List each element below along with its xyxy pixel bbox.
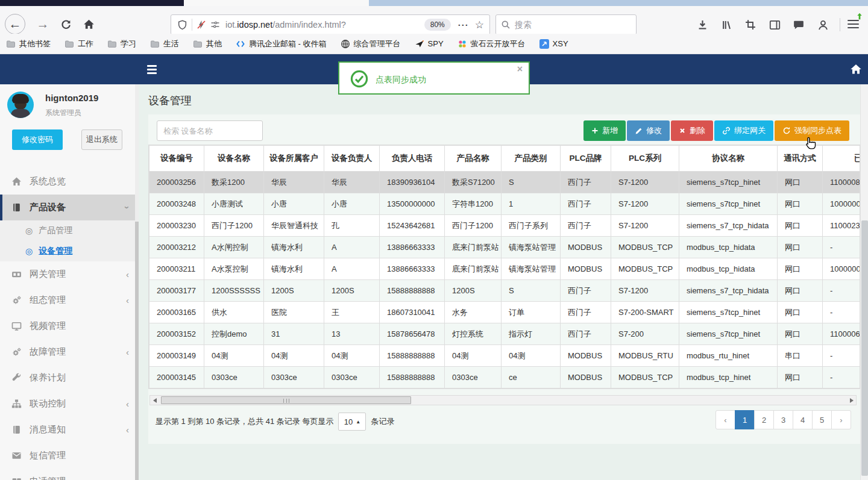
bookmark-folder-misc[interactable]: 其他 [193, 39, 222, 49]
bookmark-spy[interactable]: SPY [415, 39, 444, 49]
table-row[interactable]: 200003248 小唐测试 小唐 小唐 13500000000 字符串1200… [149, 193, 861, 215]
column-header[interactable]: PLC品牌 [561, 146, 611, 172]
sidebar-item-video[interactable]: 视频管理 [0, 313, 139, 339]
column-header[interactable]: 设备编号 [149, 146, 204, 172]
table-row[interactable]: 200003230 西门子1200 华辰智通科技 孔 15243642681 西… [149, 215, 861, 237]
column-header[interactable]: 设备所属客户 [264, 146, 324, 172]
cell-plc-brand: MODBUS [561, 258, 611, 280]
avatar[interactable] [7, 92, 34, 118]
bind-gateway-button[interactable]: 绑定网关 [714, 120, 773, 141]
scrollbar-thumb[interactable] [161, 396, 411, 404]
column-header[interactable]: 负责人电话 [380, 146, 445, 172]
page-size-select[interactable]: 10 ▲ [338, 413, 366, 431]
home-button[interactable] [78, 14, 99, 34]
reload-button[interactable] [55, 14, 76, 34]
table-row[interactable]: 200003149 04测 04测 04测 15888888888 04测 04… [149, 345, 861, 367]
plugin-blocked-icon[interactable] [197, 20, 206, 30]
table-row[interactable]: 200003177 1200SSSSSS 1200S 1200S 1588888… [149, 280, 861, 302]
active-tab[interactable] [184, 0, 369, 6]
column-header[interactable]: 设备名称 [204, 146, 264, 172]
table-row[interactable]: 200003152 控制demo 31 13 15878656478 灯控系统 … [149, 323, 861, 345]
page-button-2[interactable]: 2 [754, 410, 774, 429]
horizontal-scrollbar[interactable] [149, 395, 857, 405]
cell-plc-brand: MODBUS [561, 237, 611, 258]
sidebar-item-product-device[interactable]: 产品设备 › [0, 195, 139, 220]
app-menu-button[interactable] [846, 17, 862, 32]
page-actions-icon[interactable]: ··· [458, 20, 469, 30]
bookmark-mgmt-platform[interactable]: 综合管理平台 [341, 39, 401, 49]
bookmark-folder-study[interactable]: 学习 [107, 39, 136, 49]
scroll-left-arrow[interactable] [150, 396, 159, 405]
scroll-right-arrow[interactable] [847, 396, 856, 405]
sidebar-item-linkage[interactable]: 联动控制 ‹ [0, 391, 139, 417]
sidebar-collapse-button[interactable] [147, 64, 158, 74]
sidebar-item-overview[interactable]: 系统总览 [0, 169, 139, 195]
screenshot-button[interactable] [743, 17, 758, 33]
back-button[interactable]: ← [5, 14, 25, 34]
edit-button[interactable]: 修改 [627, 120, 670, 141]
app-home-icon[interactable] [850, 63, 862, 75]
sidebar-item-product-mgmt[interactable]: ◎ 产品管理 [0, 220, 139, 241]
page-scrollbar[interactable] [860, 84, 868, 480]
column-header[interactable]: 已绑定网关 [823, 146, 861, 172]
column-header[interactable]: 设备负责人 [324, 146, 380, 172]
folder-icon [193, 39, 203, 49]
sidebar-item-fault[interactable]: 故障管理 ‹ [0, 339, 139, 365]
column-header[interactable]: 产品类别 [502, 146, 561, 172]
sidebar-item-sms[interactable]: 短信管理 [0, 443, 139, 469]
column-header[interactable]: 产品名称 [445, 146, 502, 172]
bookmark-folder-work[interactable]: 工作 [64, 39, 93, 49]
page-button-1[interactable]: 1 [735, 410, 755, 429]
forward-button[interactable]: → [33, 14, 53, 34]
bookmark-ezviz[interactable]: 萤石云开放平台 [458, 39, 526, 49]
library-button[interactable] [719, 17, 734, 33]
page-button-3[interactable]: 3 [773, 410, 793, 429]
sidebar-item-message[interactable]: 消息通知 ‹ [0, 417, 139, 443]
pocket-button[interactable] [791, 17, 807, 33]
table-row[interactable]: 200003165 供水 医院 王 18607310041 水务 订单 西门子 … [149, 302, 861, 323]
cell-device-id: 200003152 [149, 323, 204, 345]
downloads-button[interactable] [694, 17, 710, 33]
sidebar-item-gateway[interactable]: 网关管理 ‹ [0, 261, 139, 287]
logout-button[interactable]: 退出系统 [81, 129, 122, 150]
page-button-4[interactable]: 4 [793, 410, 813, 429]
zoom-level-badge[interactable]: 80% [424, 19, 451, 31]
bookmark-folder-life[interactable]: 生活 [150, 39, 179, 49]
page-button-5[interactable]: 5 [812, 410, 832, 429]
next-page-button[interactable]: › [831, 410, 851, 429]
bookmark-exmail[interactable]: 腾讯企业邮箱 - 收件箱 [236, 39, 327, 49]
device-search-input[interactable] [157, 120, 263, 141]
sidebar-item-device-mgmt[interactable]: ◎ 设备管理 [0, 241, 139, 261]
column-header[interactable]: 协议名称 [679, 146, 778, 172]
bookmark-star-icon[interactable]: ☆ [475, 19, 484, 31]
url-bar[interactable]: iot.idosp.net/admin/index.html? 80% ··· … [171, 14, 490, 35]
sidebar-item-config[interactable]: 组态管理 ‹ [0, 287, 139, 313]
change-password-button[interactable]: 修改密码 [12, 129, 63, 150]
toast-close-icon[interactable]: × [517, 64, 523, 75]
sidebar-toggle-button[interactable] [767, 17, 782, 33]
column-header[interactable]: PLC系列 [611, 146, 679, 172]
prev-page-button[interactable]: ‹ [715, 410, 735, 429]
permissions-icon[interactable] [210, 20, 220, 30]
table-row[interactable]: 200003212 A水闸控制 镇海水利 A 13886663333 底来门前泵… [149, 237, 861, 258]
account-button[interactable] [815, 17, 831, 33]
chevron-left-icon: ‹ [126, 399, 129, 409]
bookmark-xsy[interactable]: XSY [539, 39, 568, 49]
browser-search-input[interactable] [515, 20, 617, 30]
delete-button[interactable]: 删除 [671, 120, 713, 141]
shield-icon[interactable] [177, 20, 187, 30]
table-row[interactable]: 200003145 0303ce 0303ce 0303ce 158888888… [149, 367, 861, 388]
cell-product-name: 0303ce [445, 367, 502, 388]
sidebar-item-maintenance[interactable]: 保养计划 [0, 365, 139, 391]
scrollbar-thumb[interactable] [861, 220, 868, 476]
browser-search-box[interactable] [495, 14, 637, 35]
cell-device-name: A水闸控制 [204, 237, 264, 258]
browser-tab-strip[interactable] [0, 0, 868, 6]
add-button[interactable]: 新增 [583, 120, 626, 141]
sidebar-item-phone[interactable]: 电话管理 [0, 469, 139, 480]
cell-comm-mode: 网口 [778, 258, 823, 280]
table-row[interactable]: 200003211 A水泵控制 镇海水利 A 13886663333 底来门前泵… [149, 258, 861, 280]
bookmark-folder-other[interactable]: 其他书签 [6, 39, 51, 49]
table-row[interactable]: 200003256 数采1200 华辰 华辰 18390936104 数采S71… [149, 172, 861, 193]
inactive-tab[interactable] [0, 0, 184, 6]
